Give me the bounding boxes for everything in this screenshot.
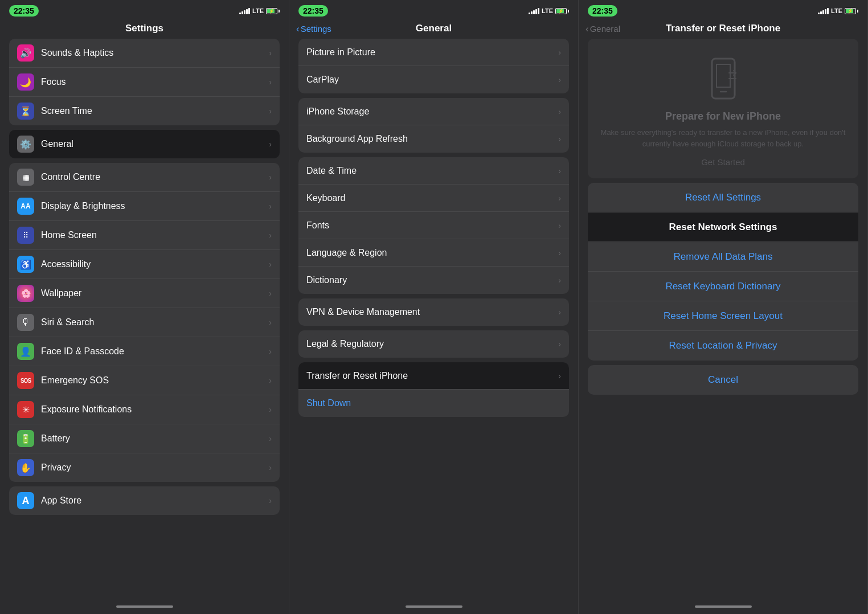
reset-home-screen-button[interactable]: Reset Home Screen Layout <box>588 301 858 331</box>
settings-group-top: 🔊 Sounds & Haptics › 🌙 Focus › ⏳ Screen … <box>9 39 280 125</box>
sidebar-item-faceid[interactable]: 👤 Face ID & Passcode › <box>9 337 280 366</box>
prepare-link[interactable]: Get Started <box>701 157 745 167</box>
back-label-3: General <box>590 24 620 34</box>
reset-all-label: Reset All Settings <box>685 192 761 203</box>
reset-keyboard-label: Reset Keyboard Dictionary <box>665 281 780 292</box>
sidebar-item-screen-time[interactable]: ⏳ Screen Time › <box>9 97 280 125</box>
battery-icon-2: ⚡ <box>555 8 569 14</box>
reset-location-button[interactable]: Reset Location & Privacy <box>588 331 858 361</box>
general-group-4: VPN & Device Management › <box>298 298 569 326</box>
back-label-2: Settings <box>301 24 331 34</box>
chevron-focus: › <box>269 77 272 87</box>
general-item-pip[interactable]: Picture in Picture › <box>298 39 569 66</box>
sidebar-item-exposure[interactable]: ✳ Exposure Notifications › <box>9 395 280 424</box>
sounds-label: Sounds & Haptics <box>41 48 269 58</box>
battery-row-icon: 🔋 <box>17 430 34 447</box>
sidebar-item-display[interactable]: AA Display & Brightness › <box>9 192 280 221</box>
sidebar-item-battery[interactable]: 🔋 Battery › <box>9 424 280 453</box>
wallpaper-label: Wallpaper <box>41 288 269 298</box>
panel-settings: 22:35 LTE ⚡ Settings <box>0 0 289 614</box>
chevron-siri: › <box>269 318 272 327</box>
wallpaper-icon: 🌸 <box>17 285 34 302</box>
sidebar-item-sounds[interactable]: 🔊 Sounds & Haptics › <box>9 39 280 68</box>
battery-icon-1: ⚡ <box>266 8 280 14</box>
general-icon: ⚙️ <box>17 136 34 153</box>
display-label: Display & Brightness <box>41 201 269 211</box>
back-button-3[interactable]: ‹ General <box>586 24 620 34</box>
svg-rect-1 <box>716 64 730 87</box>
vpn-label: VPN & Device Management <box>306 307 558 317</box>
general-item-keyboard[interactable]: Keyboard › <box>298 185 569 212</box>
transfer-label: Transfer or Reset iPhone <box>306 371 558 381</box>
storage-label: iPhone Storage <box>306 107 558 117</box>
general-item-legal[interactable]: Legal & Regulatory › <box>298 330 569 358</box>
lte-label-2: LTE <box>542 7 553 14</box>
signal-icon-3 <box>818 7 829 14</box>
sidebar-item-accessibility[interactable]: ♿ Accessibility › <box>9 250 280 279</box>
reset-network-label: Reset Network Settings <box>669 222 777 233</box>
page-title-1: Settings <box>125 23 163 34</box>
prepare-desc: Make sure everything's ready to transfer… <box>599 127 847 149</box>
prepare-card: Prepare for New iPhone Make sure everyth… <box>588 39 858 178</box>
chevron-date: › <box>558 166 561 175</box>
siri-label: Siri & Search <box>41 317 269 328</box>
general-item-language[interactable]: Language & Region › <box>298 239 569 267</box>
back-button-2[interactable]: ‹ Settings <box>296 24 331 34</box>
sounds-icon: 🔊 <box>17 44 34 62</box>
general-item-vpn[interactable]: VPN & Device Management › <box>298 298 569 326</box>
reset-keyboard-button[interactable]: Reset Keyboard Dictionary <box>588 272 858 301</box>
cancel-label: Cancel <box>708 374 738 386</box>
sidebar-item-privacy[interactable]: ✋ Privacy › <box>9 453 280 482</box>
accessibility-label: Accessibility <box>41 259 269 269</box>
display-icon: AA <box>17 198 34 215</box>
sidebar-item-general[interactable]: ⚙️ General › <box>9 130 280 158</box>
sidebar-item-siri[interactable]: 🎙 Siri & Search › <box>9 308 280 337</box>
bg-refresh-label: Background App Refresh <box>306 134 558 144</box>
legal-label: Legal & Regulatory <box>306 339 558 349</box>
exposure-label: Exposure Notifications <box>41 404 269 415</box>
chevron-sounds: › <box>269 48 272 58</box>
status-bar-3: 22:35 LTE ⚡ <box>579 0 867 21</box>
home-screen-label: Home Screen <box>41 230 269 240</box>
general-item-fonts[interactable]: Fonts › <box>298 212 569 239</box>
page-title-3: Transfer or Reset iPhone <box>666 23 780 34</box>
general-item-carplay[interactable]: CarPlay › <box>298 66 569 93</box>
general-item-storage[interactable]: iPhone Storage › <box>298 98 569 125</box>
cancel-button[interactable]: Cancel <box>588 365 858 395</box>
chevron-transfer: › <box>558 371 561 380</box>
signal-icon <box>239 7 250 14</box>
accessibility-icon: ♿ <box>17 256 34 273</box>
settings-group-appstore: A App Store › <box>9 486 280 515</box>
battery-icon-3: ⚡ <box>845 8 858 14</box>
home-screen-icon: ⠿ <box>17 227 34 244</box>
scroll-content-3: Prepare for New iPhone Make sure everyth… <box>579 39 867 599</box>
reset-all-button[interactable]: Reset All Settings <box>588 183 858 212</box>
home-indicator-2 <box>289 599 578 614</box>
status-bar-1: 22:35 LTE ⚡ <box>0 0 289 21</box>
sidebar-item-home-screen[interactable]: ⠿ Home Screen › <box>9 221 280 250</box>
general-item-date-time[interactable]: Date & Time › <box>298 157 569 185</box>
chevron-carplay: › <box>558 75 561 84</box>
sidebar-item-appstore[interactable]: A App Store › <box>9 486 280 515</box>
general-item-shutdown[interactable]: Shut Down <box>298 390 569 417</box>
home-indicator-3 <box>579 599 867 614</box>
general-group-1: Picture in Picture › CarPlay › <box>298 39 569 93</box>
remove-data-plans-button[interactable]: Remove All Data Plans <box>588 242 858 272</box>
general-item-bg-refresh[interactable]: Background App Refresh › <box>298 125 569 153</box>
sidebar-item-wallpaper[interactable]: 🌸 Wallpaper › <box>9 279 280 308</box>
reset-network-button[interactable]: Reset Network Settings <box>588 212 858 242</box>
general-item-dictionary[interactable]: Dictionary › <box>298 267 569 294</box>
carplay-label: CarPlay <box>306 75 558 85</box>
chevron-fonts: › <box>558 221 561 230</box>
chevron-bg-refresh: › <box>558 134 561 144</box>
chevron-wallpaper: › <box>269 289 272 298</box>
sidebar-item-emergency[interactable]: SOS Emergency SOS › <box>9 366 280 395</box>
sidebar-item-focus[interactable]: 🌙 Focus › <box>9 68 280 97</box>
focus-label: Focus <box>41 77 269 87</box>
nav-bar-3: ‹ General Transfer or Reset iPhone <box>579 21 867 39</box>
settings-group-general: ⚙️ General › <box>9 130 280 158</box>
general-item-transfer[interactable]: Transfer or Reset iPhone › <box>298 362 569 390</box>
sidebar-item-control-centre[interactable]: ▦ Control Centre › <box>9 163 280 192</box>
prepare-title: Prepare for New iPhone <box>665 110 781 122</box>
general-group-5: Legal & Regulatory › <box>298 330 569 358</box>
